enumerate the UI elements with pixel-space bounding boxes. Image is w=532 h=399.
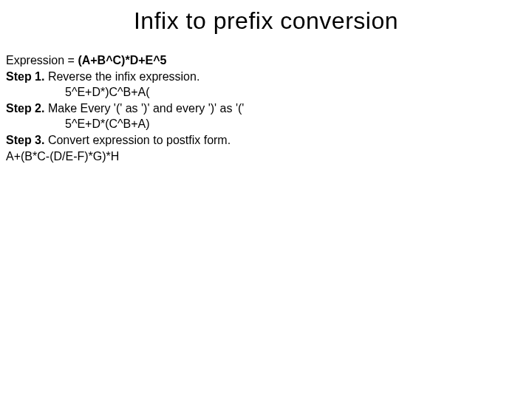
- slide-title: Infix to prefix conversion: [6, 7, 526, 35]
- expression-value: (A+B^C)*D+E^5: [78, 54, 166, 66]
- step1-result: 5^E+D*)C^B+A(: [6, 84, 526, 100]
- expression-label: Expression =: [6, 54, 78, 66]
- step3-text: Convert expression to postfix form.: [44, 134, 231, 146]
- step2-result: 5^E+D*(C^B+A): [6, 116, 526, 132]
- expression-line: Expression = (A+B^C)*D+E^5: [6, 52, 526, 69]
- step2-text: Make Every '(' as ')' and every ')' as '…: [44, 102, 244, 115]
- step3-line: Step 3. Convert expression to postfix fo…: [6, 132, 526, 149]
- slide-container: Infix to prefix conversion Expression = …: [0, 0, 532, 399]
- step1-label: Step 1.: [6, 70, 44, 83]
- step3-label: Step 3.: [6, 134, 44, 146]
- step1-line: Step 1. Reverse the infix expression.: [6, 69, 526, 85]
- step3-example: A+(B*C-(D/E-F)*G)*H: [6, 149, 526, 165]
- step2-label: Step 2.: [6, 102, 44, 115]
- step2-line: Step 2. Make Every '(' as ')' and every …: [6, 100, 526, 117]
- step1-text: Reverse the infix expression.: [44, 70, 200, 83]
- slide-content: Expression = (A+B^C)*D+E^5 Step 1. Rever…: [6, 52, 526, 164]
